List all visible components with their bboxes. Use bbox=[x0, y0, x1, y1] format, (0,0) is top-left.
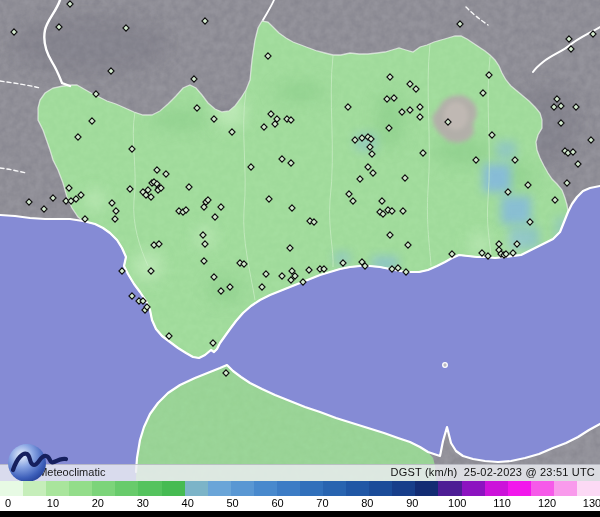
light-gust-spot bbox=[470, 234, 490, 254]
scale-cell bbox=[300, 481, 323, 496]
scale-cell bbox=[115, 481, 138, 496]
scale-tick: 60 bbox=[271, 497, 283, 509]
scale-cell bbox=[92, 481, 115, 496]
scale-tick: 40 bbox=[182, 497, 194, 509]
scale-cell bbox=[231, 481, 254, 496]
scale-cell bbox=[531, 481, 554, 496]
scale-cell bbox=[277, 481, 300, 496]
scale-tick: 0 bbox=[5, 497, 11, 509]
scale-tick: 70 bbox=[316, 497, 328, 509]
product-timestamp-label: DGST (km/h) 25-02-2023 @ 23:51 UTC bbox=[391, 466, 595, 478]
bottom-black-strip bbox=[0, 511, 600, 517]
info-bar: © Meteoclimatic DGST (km/h) 25-02-2023 @… bbox=[0, 464, 600, 481]
high-gust-patch bbox=[501, 196, 531, 224]
scale-tick: 90 bbox=[406, 497, 418, 509]
scale-tick: 100 bbox=[448, 497, 466, 509]
scale-tick: 130 bbox=[583, 497, 600, 509]
scale-cell bbox=[462, 481, 485, 496]
scale-tick: 30 bbox=[137, 497, 149, 509]
scale-tick: 110 bbox=[493, 497, 511, 509]
scale-tick: 80 bbox=[361, 497, 373, 509]
scale-cell bbox=[392, 481, 415, 496]
scale-cell bbox=[254, 481, 277, 496]
gust-color-scale bbox=[0, 481, 600, 496]
scale-cell bbox=[508, 481, 531, 496]
terrain-ridge bbox=[432, 138, 492, 166]
terrain-ridge bbox=[207, 278, 243, 302]
scale-cell bbox=[323, 481, 346, 496]
high-gust-patch bbox=[496, 141, 516, 159]
scale-cell bbox=[23, 481, 46, 496]
high-gust-patch bbox=[483, 164, 511, 192]
wind-gust-map[interactable] bbox=[0, 0, 600, 481]
scale-cell bbox=[577, 481, 600, 496]
alboran-island bbox=[443, 363, 448, 368]
scale-cell bbox=[69, 481, 92, 496]
scale-tick: 20 bbox=[92, 497, 104, 509]
scale-cell bbox=[208, 481, 231, 496]
terrain-ridge bbox=[376, 92, 404, 148]
scale-cell bbox=[185, 481, 208, 496]
scale-cell bbox=[415, 481, 438, 496]
weather-map-app: © Meteoclimatic DGST (km/h) 25-02-2023 @… bbox=[0, 0, 600, 517]
scale-cell bbox=[554, 481, 577, 496]
scale-cell bbox=[46, 481, 69, 496]
terrain-ridge bbox=[150, 110, 210, 130]
scale-tick: 10 bbox=[47, 497, 59, 509]
scale-cell bbox=[162, 481, 185, 496]
high-gust-patch bbox=[509, 227, 539, 249]
scale-cell bbox=[138, 481, 161, 496]
scale-cell bbox=[0, 481, 23, 496]
scale-cell bbox=[438, 481, 461, 496]
scale-cell bbox=[346, 481, 369, 496]
meteoclimatic-logo[interactable] bbox=[4, 438, 70, 486]
scale-cell bbox=[369, 481, 392, 496]
light-gust-spot bbox=[85, 190, 105, 210]
scale-cell bbox=[485, 481, 508, 496]
scale-tick: 120 bbox=[538, 497, 556, 509]
terrain-ridge bbox=[274, 82, 326, 102]
scale-tick: 50 bbox=[226, 497, 238, 509]
scale-tick-labels: 0102030405060708090100110120130 bbox=[0, 496, 600, 511]
